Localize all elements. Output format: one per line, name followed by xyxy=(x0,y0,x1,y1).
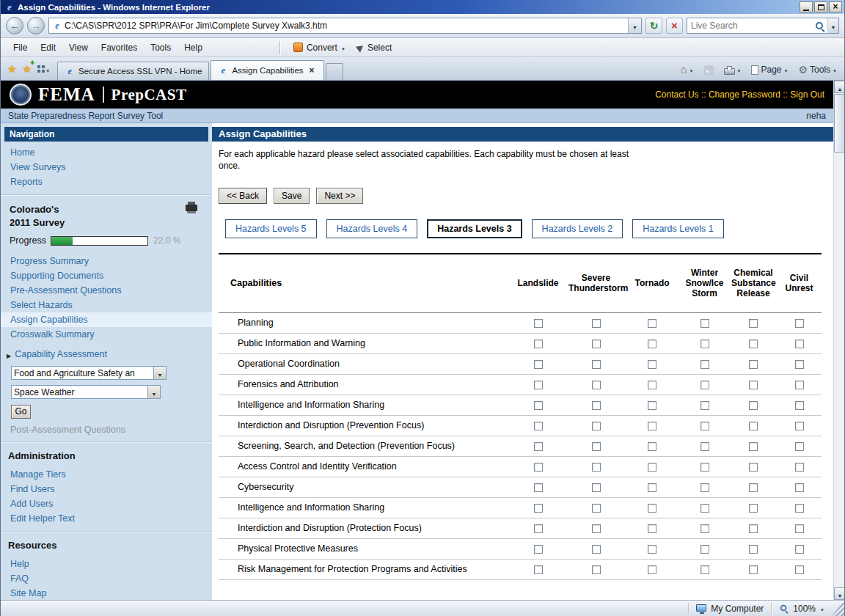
sidebar-item-site-map[interactable]: Site Map xyxy=(1,586,212,600)
capability-checkbox[interactable] xyxy=(592,565,601,574)
capability-checkbox[interactable] xyxy=(648,340,656,348)
sidebar-item-faq[interactable]: FAQ xyxy=(1,571,212,586)
capability-checkbox[interactable] xyxy=(700,319,709,328)
capability-checkbox[interactable] xyxy=(592,401,601,410)
capability-checkbox[interactable] xyxy=(749,360,758,369)
print-button[interactable] xyxy=(720,62,745,77)
capability-checkbox[interactable] xyxy=(795,504,804,513)
capability-checkbox[interactable] xyxy=(749,504,758,513)
capability-checkbox[interactable] xyxy=(795,442,804,451)
capability-checkbox[interactable] xyxy=(592,442,601,451)
capability-checkbox[interactable] xyxy=(648,381,656,389)
capability-checkbox[interactable] xyxy=(795,319,804,328)
capability-checkbox[interactable] xyxy=(648,422,656,430)
header-link-sign-out[interactable]: Sign Out xyxy=(790,89,824,100)
capability-checkbox[interactable] xyxy=(749,401,758,410)
capability-checkbox[interactable] xyxy=(648,524,656,533)
capability-checkbox[interactable] xyxy=(795,340,804,348)
search-input[interactable] xyxy=(687,21,811,31)
capability-dropdown-1[interactable]: Food and Agriculture Safety an xyxy=(11,366,167,380)
tab-hazards-levels-5[interactable]: Hazards Levels 5 xyxy=(225,219,317,238)
capability-checkbox[interactable] xyxy=(592,545,601,554)
close-button[interactable] xyxy=(829,1,842,12)
sidebar-item-progress-summary[interactable]: Progress Summary xyxy=(1,254,212,268)
capability-checkbox[interactable] xyxy=(700,360,709,369)
capability-checkbox[interactable] xyxy=(749,524,758,533)
address-dropdown-button[interactable] xyxy=(628,18,641,33)
capability-checkbox[interactable] xyxy=(648,360,656,369)
capability-checkbox[interactable] xyxy=(534,442,543,451)
menu-item-help[interactable]: Help xyxy=(178,40,209,56)
capability-checkbox[interactable] xyxy=(749,483,758,492)
capability-checkbox[interactable] xyxy=(700,504,709,513)
capability-checkbox[interactable] xyxy=(700,381,709,389)
refresh-button[interactable] xyxy=(645,18,662,34)
menu-item-view[interactable]: View xyxy=(62,40,95,56)
capability-checkbox[interactable] xyxy=(648,483,656,492)
capability-checkbox[interactable] xyxy=(700,463,709,472)
capability-checkbox[interactable] xyxy=(534,463,543,472)
tab-close-icon[interactable] xyxy=(307,66,317,76)
sidebar-item-add-users[interactable]: Add Users xyxy=(1,496,212,511)
dropdown-arrow-button[interactable] xyxy=(147,386,160,398)
capability-checkbox[interactable] xyxy=(749,319,758,328)
tools-menu-button[interactable]: Tools xyxy=(794,62,841,78)
capability-checkbox[interactable] xyxy=(534,401,543,410)
scrollbar-thumb[interactable] xyxy=(834,94,845,153)
resize-grip[interactable] xyxy=(832,601,844,616)
tab-hazards-levels-4[interactable]: Hazards Levels 4 xyxy=(326,219,418,238)
sidebar-item-view-surveys[interactable]: View Surveys xyxy=(1,160,212,175)
maximize-button[interactable] xyxy=(814,1,827,12)
sidebar-item-capability-assessment[interactable]: Capability Assessment xyxy=(1,344,212,361)
add-favorite-button[interactable] xyxy=(20,60,35,78)
capability-checkbox[interactable] xyxy=(592,340,601,348)
capability-checkbox[interactable] xyxy=(700,422,709,430)
capability-checkbox[interactable] xyxy=(795,381,804,389)
capability-checkbox[interactable] xyxy=(648,463,656,472)
capability-checkbox[interactable] xyxy=(700,565,709,574)
capability-checkbox[interactable] xyxy=(592,463,601,472)
capability-checkbox[interactable] xyxy=(592,483,601,492)
save-button[interactable]: Save xyxy=(274,188,310,204)
capability-checkbox[interactable] xyxy=(700,545,709,554)
capability-checkbox[interactable] xyxy=(592,524,601,533)
tab-hazards-levels-3[interactable]: Hazards Levels 3 xyxy=(427,219,522,238)
capability-checkbox[interactable] xyxy=(648,401,656,410)
sidebar-item-assign-capabilities[interactable]: Assign Capabilities xyxy=(1,312,212,327)
capability-checkbox[interactable] xyxy=(534,319,543,328)
capability-checkbox[interactable] xyxy=(795,524,804,533)
capability-checkbox[interactable] xyxy=(795,565,804,574)
capability-checkbox[interactable] xyxy=(795,401,804,410)
zoom-control[interactable]: 100% xyxy=(772,601,832,616)
capability-checkbox[interactable] xyxy=(534,483,543,492)
page-menu-button[interactable]: Page xyxy=(747,62,791,77)
sidebar-item-help[interactable]: Help xyxy=(1,557,212,571)
sidebar-item-pre-assessment-questions[interactable]: Pre-Assessment Questions xyxy=(1,283,212,298)
capability-checkbox[interactable] xyxy=(749,381,758,389)
capability-checkbox[interactable] xyxy=(700,340,709,348)
select-button[interactable]: Select xyxy=(351,40,398,55)
browser-tab-assign-capabilities[interactable]: Assign Capabilities xyxy=(211,60,323,80)
capability-checkbox[interactable] xyxy=(795,483,804,492)
go-button[interactable]: Go xyxy=(11,405,31,419)
home-button[interactable] xyxy=(677,62,698,78)
capability-dropdown-2[interactable]: Space Weather xyxy=(11,385,161,399)
sidebar-item-crosswalk-summary[interactable]: Crosswalk Summary xyxy=(1,327,212,342)
capability-checkbox[interactable] xyxy=(700,524,709,533)
back-button-form[interactable]: << Back xyxy=(219,188,267,204)
quick-tabs-button[interactable] xyxy=(34,60,53,78)
capability-checkbox[interactable] xyxy=(592,504,601,513)
capability-checkbox[interactable] xyxy=(749,422,758,430)
next-button[interactable]: Next >> xyxy=(316,188,363,204)
capability-checkbox[interactable] xyxy=(534,545,543,554)
capability-checkbox[interactable] xyxy=(592,422,601,430)
browser-tab-secure-access-ssl-vpn-home[interactable]: Secure Access SSL VPN - Home xyxy=(57,62,209,80)
capability-checkbox[interactable] xyxy=(795,545,804,554)
capability-checkbox[interactable] xyxy=(592,319,601,328)
convert-button[interactable]: Convert xyxy=(288,40,351,55)
capability-checkbox[interactable] xyxy=(534,381,543,389)
print-icon[interactable] xyxy=(186,205,197,211)
capability-checkbox[interactable] xyxy=(795,360,804,369)
menu-item-favorites[interactable]: Favorites xyxy=(95,40,144,56)
capability-checkbox[interactable] xyxy=(795,463,804,472)
